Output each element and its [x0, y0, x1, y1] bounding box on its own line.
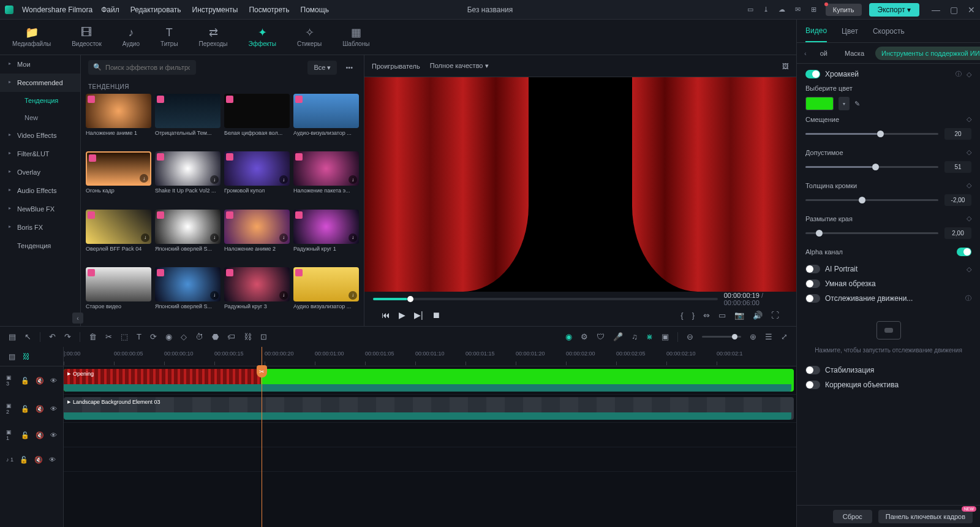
- bracket-in-icon[interactable]: {: [680, 311, 683, 320]
- tag-icon[interactable]: 🏷: [227, 332, 235, 341]
- color-icon[interactable]: ◉: [165, 332, 172, 341]
- snapshot-icon[interactable]: 🖼: [782, 63, 789, 70]
- ruler[interactable]: |:00:0000:00:00:0500:00:00:1000:00:00:15…: [64, 347, 796, 366]
- tab-титры[interactable]: TТитры: [160, 27, 178, 47]
- visibility-icon[interactable]: 👁: [49, 456, 56, 463]
- track[interactable]: [64, 423, 796, 447]
- lock-icon[interactable]: 🔓: [20, 456, 28, 464]
- lock-icon[interactable]: 🔓: [21, 431, 29, 439]
- keyframe-icon[interactable]: ◇: [967, 115, 971, 123]
- download-icon[interactable]: ↓: [210, 233, 219, 242]
- device-icon[interactable]: ▭: [746, 6, 755, 14]
- tab-переходы[interactable]: ⇄Переходы: [199, 27, 228, 47]
- sidebar-item[interactable]: Filter&LUT: [0, 145, 80, 163]
- tab-speed[interactable]: Скорость: [873, 21, 905, 42]
- visibility-icon[interactable]: 👁: [50, 431, 57, 439]
- effect-item[interactable]: ↓Громовой купол: [224, 151, 290, 205]
- next-frame-icon[interactable]: ▶|: [414, 310, 423, 320]
- lock-icon[interactable]: 🔓: [21, 405, 29, 413]
- sidebar-subitem[interactable]: New: [0, 109, 80, 126]
- tab-видеосток[interactable]: 🎞Видеосток: [72, 27, 102, 47]
- lock-icon[interactable]: 🔓: [21, 377, 29, 385]
- stabilization-toggle[interactable]: [805, 366, 820, 374]
- track-layers-icon[interactable]: ▤: [9, 352, 15, 361]
- sidebar-item[interactable]: NewBlue FX: [0, 200, 80, 218]
- track[interactable]: Opening: [64, 366, 796, 395]
- sidebar-item[interactable]: Video Effects: [0, 126, 80, 145]
- cursor-icon[interactable]: ↖: [24, 332, 31, 341]
- crop-icon[interactable]: ⬚: [121, 332, 128, 341]
- shield-icon[interactable]: 🛡: [597, 332, 605, 341]
- ai-audio-icon[interactable]: ⋇: [646, 332, 653, 341]
- visibility-icon[interactable]: 👁: [50, 405, 57, 412]
- more-icon[interactable]: •••: [342, 64, 356, 71]
- render-icon[interactable]: ▣: [662, 332, 669, 341]
- tab-шаблоны[interactable]: ▦Шаблоны: [342, 27, 369, 47]
- download-icon[interactable]: ↓: [349, 175, 357, 184]
- list-icon[interactable]: ☰: [765, 332, 772, 341]
- fullscreen-icon[interactable]: ⛶: [771, 311, 779, 320]
- mic-icon[interactable]: 🎤: [613, 332, 623, 341]
- close-icon[interactable]: ✕: [968, 5, 975, 15]
- display-icon[interactable]: ▭: [718, 311, 726, 320]
- edge-thickness-slider[interactable]: [805, 199, 938, 201]
- effect-item[interactable]: Отрицательный Тем...: [155, 94, 221, 148]
- menu-view[interactable]: Посмотреть: [249, 6, 289, 14]
- subtabs-prev-icon[interactable]: ‹: [802, 50, 809, 57]
- download-icon[interactable]: ↓: [279, 175, 288, 184]
- lens-correction-toggle[interactable]: [805, 381, 820, 389]
- reset-button[interactable]: Сброс: [833, 510, 872, 523]
- keyframe-tool-icon[interactable]: ◇: [181, 332, 187, 341]
- menu-edit[interactable]: Редактировать: [130, 6, 181, 14]
- playhead-handle[interactable]: ✂: [257, 365, 267, 377]
- clip[interactable]: Landscape Background Element 03: [64, 397, 794, 420]
- effect-item[interactable]: Аудио-визуализатор ...: [293, 94, 359, 148]
- settings-gear-icon[interactable]: ⚙: [581, 332, 588, 341]
- quality-dropdown[interactable]: Полное качество ▾: [430, 62, 489, 70]
- effect-item[interactable]: ↓Shake It Up Pack Vol2 ...: [155, 151, 221, 205]
- effect-item[interactable]: Наложение аниме 1: [86, 94, 151, 148]
- keyframe-icon[interactable]: ◇: [967, 214, 971, 222]
- play-icon[interactable]: ▶: [399, 310, 405, 320]
- prev-frame-icon[interactable]: ⏮: [382, 310, 390, 320]
- effect-item[interactable]: ↓Радужный круг 1: [293, 210, 359, 264]
- sidebar-item[interactable]: Recommended: [0, 74, 80, 92]
- grid-icon[interactable]: ⊞: [810, 6, 818, 14]
- text-icon[interactable]: T: [137, 332, 141, 341]
- timer-icon[interactable]: ⏱: [195, 332, 203, 341]
- menu-tools[interactable]: Инструменты: [192, 6, 238, 14]
- timeline-menu-icon[interactable]: ▤: [9, 332, 16, 341]
- track[interactable]: Landscape Background Element 03: [64, 395, 796, 423]
- volume-icon[interactable]: 🔊: [753, 311, 763, 320]
- delete-icon[interactable]: 🗑: [89, 332, 97, 341]
- tab-video[interactable]: Видео: [805, 20, 827, 42]
- zoom-out-icon[interactable]: ⊖: [687, 332, 693, 341]
- chromakey-toggle[interactable]: [805, 70, 820, 78]
- minimize-icon[interactable]: —: [932, 5, 940, 15]
- keyframe-icon[interactable]: ◇: [967, 148, 971, 156]
- speed-icon[interactable]: ⟳: [150, 332, 157, 341]
- effect-item[interactable]: ↓Радужный круг 3: [224, 267, 290, 321]
- info-icon[interactable]: ⓘ: [956, 70, 962, 78]
- menu-help[interactable]: Помощь: [301, 6, 329, 14]
- edge-feather-slider[interactable]: [805, 232, 938, 234]
- sidebar-item[interactable]: Overlay: [0, 163, 80, 181]
- mute-icon[interactable]: 🔇: [36, 431, 44, 439]
- tab-color[interactable]: Цвет: [842, 21, 858, 42]
- group-icon[interactable]: ⊡: [260, 332, 267, 341]
- offset-slider[interactable]: [805, 133, 938, 135]
- effect-item[interactable]: ↓Огонь кадр: [86, 151, 151, 205]
- expand-icon[interactable]: ⤢: [781, 332, 788, 341]
- message-icon[interactable]: ✉: [794, 6, 802, 14]
- export-button[interactable]: Экспорт ▾: [869, 3, 919, 17]
- subtab-basic[interactable]: ой: [814, 47, 834, 60]
- visibility-icon[interactable]: 👁: [50, 377, 57, 384]
- edge-thickness-value[interactable]: -2,00: [944, 194, 971, 206]
- mute-icon[interactable]: 🔇: [36, 377, 44, 385]
- buy-button[interactable]: Купить: [826, 4, 862, 16]
- effect-item[interactable]: ↓Японский оверлей S...: [155, 210, 221, 264]
- track-link-icon[interactable]: ⛓: [23, 352, 30, 361]
- preview-canvas[interactable]: [364, 77, 796, 292]
- tolerance-value[interactable]: 51: [944, 161, 971, 173]
- download-icon[interactable]: ↓: [210, 175, 219, 184]
